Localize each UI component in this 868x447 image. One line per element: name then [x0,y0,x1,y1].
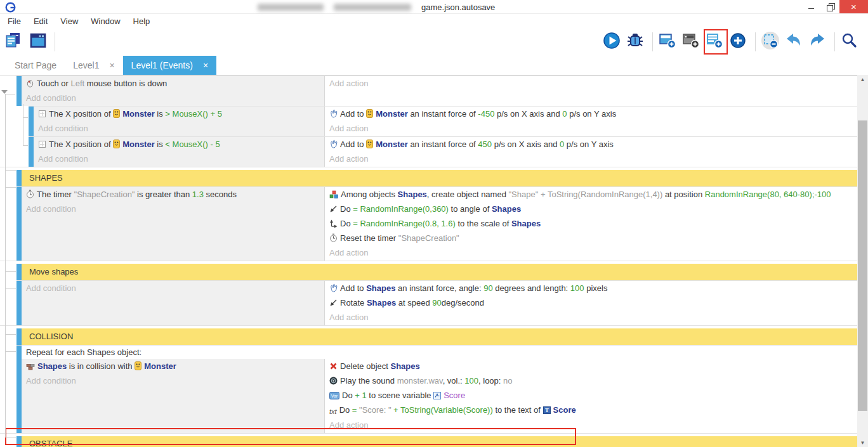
force-icon [329,139,338,152]
add-condition-link[interactable]: Add condition [26,91,319,105]
text-segment: Shapes [367,298,396,308]
action-line[interactable]: Add to Monster an instant force of -450 … [329,107,852,122]
menu-item-help[interactable]: Help [127,15,157,27]
add-subevent-button-highlighted[interactable] [705,30,727,53]
tree-line [23,145,28,146]
text-segment: Among objects [341,190,398,199]
scroll-down-icon[interactable]: ▼ [857,438,868,447]
action-line[interactable]: Rotate Shapes at speed 90deg/second [329,296,852,311]
add-action-link[interactable]: Add action [329,246,852,259]
section-header-collision[interactable]: COLLISION [16,328,857,345]
vertical-scrollbar[interactable]: ▲ ▼ [857,75,868,447]
action-line[interactable]: Add to Shapes an instant force, angle: 9… [329,282,852,296]
add-condition-link[interactable]: Add condition [26,282,319,295]
undo-button[interactable] [784,30,806,53]
add-condition-link[interactable]: Add condition [38,122,319,135]
preview-play-button[interactable] [602,30,624,53]
debug-bug-button[interactable] [626,30,647,53]
section-header-shapes[interactable]: SHAPES [16,170,857,186]
add-action-link[interactable]: Add action [329,122,852,135]
actions-cell: Add to Monster an instant force of -450 … [325,107,857,136]
restore-icon [827,3,834,10]
event-color-bar [16,436,22,447]
condition-line[interactable]: The X position of Monster is > MouseX() … [38,107,319,122]
add-action-link[interactable]: Add action [329,418,852,432]
action-line[interactable]: Do = RandomInRange(0,360) to angle of Sh… [329,202,852,217]
search-button[interactable] [840,30,862,53]
text-segment: mouse button is down [84,79,167,88]
menu-item-window[interactable]: Window [84,15,126,27]
action-line[interactable]: Play the sound monster.wav, vol.: 100, l… [329,374,852,389]
tab-close-icon[interactable]: × [109,60,114,70]
project-manager-icon [4,32,23,51]
action-line[interactable]: txtDo = "Score: " + ToString(Variable(Sc… [329,403,852,418]
scroll-up-icon[interactable]: ▲ [857,75,868,84]
menu-item-edit[interactable]: Edit [27,15,54,27]
section-header-obstacle[interactable]: OBSTACLE [16,436,857,447]
angle-icon [329,204,338,217]
menu-item-view[interactable]: View [54,15,84,27]
conditions-cell: The timer "ShapeCreation" is greater tha… [22,187,325,261]
scrollbar-thumb[interactable] [858,120,867,411]
tree-line [5,437,16,437]
restore-button[interactable] [820,0,839,13]
action-line[interactable]: Do = RandomInRange(0.8, 1.6) to the scal… [329,217,852,231]
text-segment: Score [553,405,576,415]
condition-line[interactable]: The X position of Monster is < MouseX() … [38,138,319,152]
minimize-button[interactable] [801,0,820,13]
condition-line[interactable]: The timer "ShapeCreation" is greater tha… [26,188,319,202]
action-line[interactable]: Delete object Shapes [329,360,852,374]
menu-item-file[interactable]: File [1,15,27,27]
tab-label: Level1 (Events) [131,60,193,70]
text-segment: p/s on Y axis [564,139,614,149]
sub-event-row: The X position of Monster is < MouseX() … [29,136,857,167]
window-title-text: game.json.autosave [421,3,495,12]
tree-line [5,94,15,94]
deselect-button[interactable] [761,30,782,53]
add-new-button[interactable] [728,30,750,53]
event-color-bar [29,107,34,136]
tab-close-icon[interactable]: × [203,60,208,70]
action-line[interactable]: Reset the timer "ShapeCreation" [329,231,852,246]
text-obj-icon: T [543,405,551,418]
project-manager-button[interactable] [4,30,25,53]
add-action-link[interactable]: Add action [329,311,852,324]
foreach-wrap: Repeat for each Shapes object:Shapes is … [16,346,857,433]
add-action-link[interactable]: Add action [329,152,852,165]
tab-start-page[interactable]: Start Page [6,56,65,75]
text-segment: Do [339,405,352,415]
section-header-move-shapes[interactable]: Move shapes [16,264,857,280]
add-action-link[interactable]: Add action [329,77,852,90]
toolbar [0,28,868,56]
tree-line [5,94,6,437]
tab-level1-events-[interactable]: Level1 (Events)× [123,56,216,75]
text-segment: p/s on X axis and [494,109,562,119]
action-line[interactable]: Among objects Shapes, create object name… [329,188,852,202]
add-condition-link[interactable]: Add condition [38,152,319,165]
action-line[interactable]: VarDo + 1 to scene variable Score [329,389,852,403]
events-sheet: Touch or Left mouse button is downAdd co… [0,75,857,447]
add-condition-link[interactable]: Add condition [26,374,319,387]
add-comment-button[interactable] [681,30,703,53]
text-segment: + 1 [355,391,366,400]
add-condition-link[interactable]: Add condition [26,202,319,216]
text-segment: Shapes [398,190,427,199]
text-segment: + ToString(Variable(Score)) [391,405,493,415]
text-segment: 100 [570,283,584,293]
undo-icon [784,32,803,51]
redo-button[interactable] [808,30,829,53]
condition-line[interactable]: Touch or Left mouse button is down [26,77,319,91]
tree-line [5,351,16,352]
foreach-header[interactable]: Repeat for each Shapes object: [22,346,857,359]
text-segment: Shapes [37,361,67,371]
condition-line[interactable]: Shapes is in collision with Monster [26,360,319,374]
add-event-button[interactable] [658,30,680,53]
scene-window-button[interactable] [29,30,51,53]
action-line[interactable]: Add to Monster an instant force of 450 p… [329,138,852,152]
close-button[interactable]: × [839,0,868,13]
sub-event-row: The X position of Monster is > MouseX() … [29,106,857,136]
tab-level1[interactable]: Level1× [65,56,122,75]
event-color-bar [16,328,22,345]
gdevelop-logo-icon [5,2,16,15]
text-segment: The X position of [49,139,113,149]
